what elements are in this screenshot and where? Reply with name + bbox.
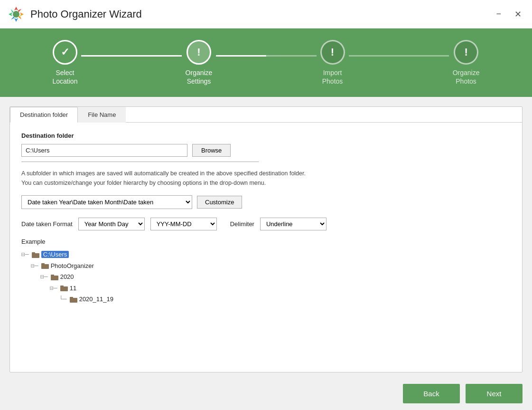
tree-row-5: └─ 2020_11_19	[21, 294, 511, 305]
bottom-bar: Back Next	[0, 377, 532, 410]
step-circle-1: ✓	[53, 40, 77, 65]
folder-path-input[interactable]	[21, 144, 187, 157]
main-content: Destination folder File Name Destination…	[0, 97, 532, 377]
connector-1-2	[81, 55, 181, 57]
window-controls: − ✕	[493, 8, 524, 20]
connector-3-4	[349, 55, 449, 57]
step-organize-settings: ! OrganizeSettings	[186, 40, 213, 86]
tab-panel: Destination folder File Name Destination…	[9, 106, 523, 372]
format-row: Date taken Format Year Month Day Month D…	[21, 218, 511, 230]
date-format-label: Date taken Format	[21, 220, 73, 228]
minimize-button[interactable]: −	[493, 8, 504, 20]
title-bar: Photo Organizer Wizard − ✕	[0, 0, 532, 29]
app-title: Photo Organizer Wizard	[30, 8, 493, 20]
svg-rect-5	[51, 276, 58, 280]
tree-prefix-2: ⊟─	[31, 260, 38, 271]
step-circle-4: !	[454, 40, 478, 65]
next-button[interactable]: Next	[466, 384, 523, 403]
tree-row-3: ⊟─ 2020	[21, 271, 511, 282]
hierarchy-select[interactable]: Date taken Year\Date taken Month\Date ta…	[21, 195, 192, 209]
svg-rect-1	[32, 253, 39, 258]
app-logo	[8, 6, 25, 23]
svg-rect-7	[60, 286, 68, 291]
tab-content-destination-folder: Destination folder Browse A subfolder in…	[10, 123, 522, 372]
step-label-2: OrganizeSettings	[186, 68, 213, 86]
tree-prefix-4: ⊟─	[50, 283, 57, 294]
step-import-photos: ! ImportPhotos	[320, 40, 345, 86]
steps-container: ✓ SelectLocation ! OrganizeSettings ! Im…	[53, 40, 480, 86]
browse-button[interactable]: Browse	[192, 144, 231, 157]
step-organize-photos: ! OrganizePhotos	[453, 40, 480, 86]
customize-button[interactable]: Customize	[197, 196, 242, 209]
tab-header: Destination folder File Name	[10, 107, 522, 123]
hierarchy-row: Date taken Year\Date taken Month\Date ta…	[21, 195, 511, 209]
svg-rect-10	[70, 297, 73, 298]
step-label-3: ImportPhotos	[322, 68, 343, 86]
tab-destination-folder[interactable]: Destination folder	[10, 107, 78, 123]
date-order-select[interactable]: Year Month Day Month Day Year Day Month …	[78, 218, 145, 230]
tree-row-1: ⊟─ C:\Users	[21, 249, 511, 260]
divider	[21, 162, 259, 162]
folder-icon-4	[60, 285, 68, 291]
folder-icon-5	[70, 296, 77, 303]
tree-label-1: C:\Users	[41, 249, 69, 260]
tree-label-5: 2020_11_19	[79, 294, 113, 305]
progress-bar-area: ✓ SelectLocation ! OrganizeSettings ! Im…	[0, 29, 532, 97]
svg-rect-4	[41, 263, 45, 265]
svg-rect-8	[60, 286, 64, 287]
folder-icon-3	[51, 274, 58, 280]
back-button[interactable]: Back	[403, 384, 460, 403]
tree-row-2: ⊟─ PhotoOrganizer	[21, 260, 511, 271]
step-circle-3: !	[320, 40, 345, 65]
tree-label-3: 2020	[60, 271, 74, 282]
step-select-location: ✓ SelectLocation	[53, 40, 78, 86]
tab-file-name[interactable]: File Name	[78, 107, 126, 123]
delimiter-label: Delimiter	[230, 220, 254, 228]
tree-prefix-5: └─	[59, 294, 67, 305]
example-title: Example	[21, 238, 511, 245]
date-pattern-select[interactable]: YYY-MM-DD YYYY/MM/DD DD-MM-YYYY	[150, 218, 217, 230]
folder-row: Browse	[21, 144, 511, 157]
folder-icon-1	[32, 251, 39, 258]
tree-row-4: ⊟─ 11	[21, 283, 511, 294]
svg-rect-6	[51, 275, 54, 276]
example-section: Example ⊟─ C:\Users ⊟─	[21, 238, 511, 305]
close-button[interactable]: ✕	[512, 8, 524, 20]
svg-rect-2	[32, 252, 35, 254]
section-title-destination: Destination folder	[21, 132, 511, 139]
tree: ⊟─ C:\Users ⊟─ PhotoOrganizer	[21, 249, 511, 305]
tree-prefix-1: ⊟─	[21, 249, 29, 260]
step-label-1: SelectLocation	[53, 68, 78, 86]
svg-rect-9	[70, 298, 77, 303]
tree-label-2: PhotoOrganizer	[51, 260, 94, 271]
delimiter-select[interactable]: Underline Dash Dot None	[260, 218, 327, 230]
step-label-4: OrganizePhotos	[453, 68, 480, 86]
tree-prefix-3: ⊟─	[40, 271, 48, 282]
svg-rect-3	[41, 264, 49, 269]
tree-label-4: 11	[70, 283, 76, 294]
connector-2-3	[216, 55, 316, 57]
folder-icon-2	[41, 262, 49, 269]
info-text: A subfolder in which images are saved wi…	[21, 169, 511, 188]
step-circle-2: !	[187, 40, 211, 65]
